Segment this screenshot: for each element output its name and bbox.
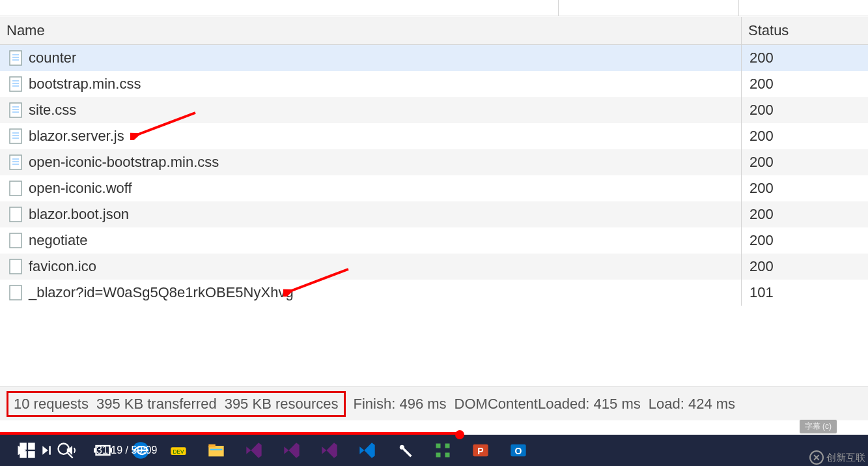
devtools-tab-strip xyxy=(0,0,868,16)
table-row[interactable]: open-iconic.woff200 xyxy=(0,175,868,201)
request-name: counter xyxy=(29,50,76,66)
table-row[interactable]: open-iconic-bootstrap.min.css200 xyxy=(0,149,868,175)
cell-status: 200 xyxy=(742,76,868,93)
play-button[interactable] xyxy=(14,443,29,458)
file-icon xyxy=(9,76,22,92)
video-controls: 31:19 / 59:09 xyxy=(0,435,868,466)
table-row[interactable]: bootstrap.min.css200 xyxy=(0,71,868,97)
cell-name: counter xyxy=(0,45,742,71)
cell-status: 200 xyxy=(742,102,868,119)
table-row[interactable]: counter200 xyxy=(0,45,868,71)
highlight-box: 10 requests 395 KB transferred 395 KB re… xyxy=(7,391,346,417)
summary-load: Load: 424 ms xyxy=(649,396,735,413)
file-icon xyxy=(9,259,22,274)
request-name: blazor.server.js xyxy=(29,128,124,145)
request-name: open-iconic.woff xyxy=(29,180,132,197)
cell-status: 200 xyxy=(742,232,868,249)
summary-finish: Finish: 496 ms xyxy=(354,396,447,413)
cell-status: 200 xyxy=(742,50,868,66)
svg-rect-0 xyxy=(10,51,21,65)
file-icon xyxy=(9,285,22,300)
request-name: favicon.ico xyxy=(29,258,96,275)
next-button[interactable] xyxy=(40,444,53,457)
progress-knob[interactable] xyxy=(455,430,464,439)
progress-fill xyxy=(0,432,460,435)
request-name: _blazor?id=W0aSg5Q8e1rkOBE5NyXhvg xyxy=(29,284,294,301)
cell-status: 200 xyxy=(742,154,868,171)
file-icon xyxy=(9,128,22,144)
file-icon xyxy=(9,233,22,248)
tab-spacer xyxy=(739,0,868,16)
summary-domcontentloaded: DOMContentLoaded: 415 ms xyxy=(455,396,641,413)
svg-rect-17 xyxy=(10,155,21,169)
cell-name: open-iconic.woff xyxy=(0,175,742,201)
file-icon xyxy=(9,50,22,66)
svg-rect-51 xyxy=(49,446,51,454)
network-table-header: Name Status xyxy=(0,16,868,45)
table-row[interactable]: _blazor?id=W0aSg5Q8e1rkOBE5NyXhvg101 xyxy=(0,280,868,306)
column-header-status[interactable]: Status xyxy=(742,17,868,44)
cell-name: favicon.ico xyxy=(0,254,742,280)
request-name: bootstrap.min.css xyxy=(29,76,141,93)
time-display: 31:19 / 59:09 xyxy=(96,444,157,456)
cell-status: 200 xyxy=(742,180,868,197)
file-icon xyxy=(9,154,22,170)
watermark-text: 创新互联 xyxy=(826,452,865,464)
cell-name: site.css xyxy=(0,97,742,123)
file-icon xyxy=(9,102,22,118)
table-row[interactable]: favicon.ico200 xyxy=(0,254,868,280)
svg-rect-25 xyxy=(10,285,21,300)
cell-name: blazor.boot.json xyxy=(0,201,742,227)
tab-spacer xyxy=(0,0,559,16)
table-row[interactable]: blazor.boot.json200 xyxy=(0,201,868,227)
volume-button[interactable] xyxy=(65,443,79,458)
cell-name: bootstrap.min.css xyxy=(0,71,742,97)
file-icon xyxy=(9,181,22,196)
subtitle-badge[interactable]: 字幕 (c) xyxy=(800,420,837,433)
cell-name: _blazor?id=W0aSg5Q8e1rkOBE5NyXhvg xyxy=(0,280,742,306)
watermark: ✕ 创新互联 xyxy=(809,450,865,465)
svg-rect-21 xyxy=(10,181,21,196)
watermark-icon: ✕ xyxy=(809,450,824,465)
column-header-name[interactable]: Name xyxy=(0,17,742,44)
request-name: blazor.boot.json xyxy=(29,206,129,223)
request-name: open-iconic-bootstrap.min.css xyxy=(29,154,219,171)
summary-requests: 10 requests xyxy=(14,396,89,413)
svg-rect-23 xyxy=(10,233,21,248)
request-name: negotiate xyxy=(29,232,88,249)
cell-status: 200 xyxy=(742,258,868,275)
table-row[interactable]: blazor.server.js200 xyxy=(0,123,868,149)
summary-transferred: 395 KB transferred xyxy=(96,396,217,413)
cell-status: 200 xyxy=(742,206,868,223)
table-row[interactable]: site.css200 xyxy=(0,97,868,123)
svg-rect-4 xyxy=(10,77,21,91)
cell-name: open-iconic-bootstrap.min.css xyxy=(0,149,742,175)
svg-rect-8 xyxy=(10,103,21,117)
file-icon xyxy=(9,207,22,222)
progress-track[interactable] xyxy=(0,432,868,435)
request-name: site.css xyxy=(29,102,76,119)
cell-status: 101 xyxy=(742,284,868,301)
network-summary-bar: 10 requests 395 KB transferred 395 KB re… xyxy=(0,386,868,420)
network-request-list: counter200bootstrap.min.css200site.css20… xyxy=(0,45,868,306)
cell-status: 200 xyxy=(742,128,868,145)
svg-rect-12 xyxy=(10,129,21,143)
summary-resources: 395 KB resources xyxy=(225,396,339,413)
svg-rect-24 xyxy=(10,259,21,274)
table-row[interactable]: negotiate200 xyxy=(0,227,868,254)
svg-rect-22 xyxy=(10,207,21,222)
tab-spacer xyxy=(559,0,739,16)
cell-name: negotiate xyxy=(0,227,742,254)
cell-name: blazor.server.js xyxy=(0,123,742,149)
